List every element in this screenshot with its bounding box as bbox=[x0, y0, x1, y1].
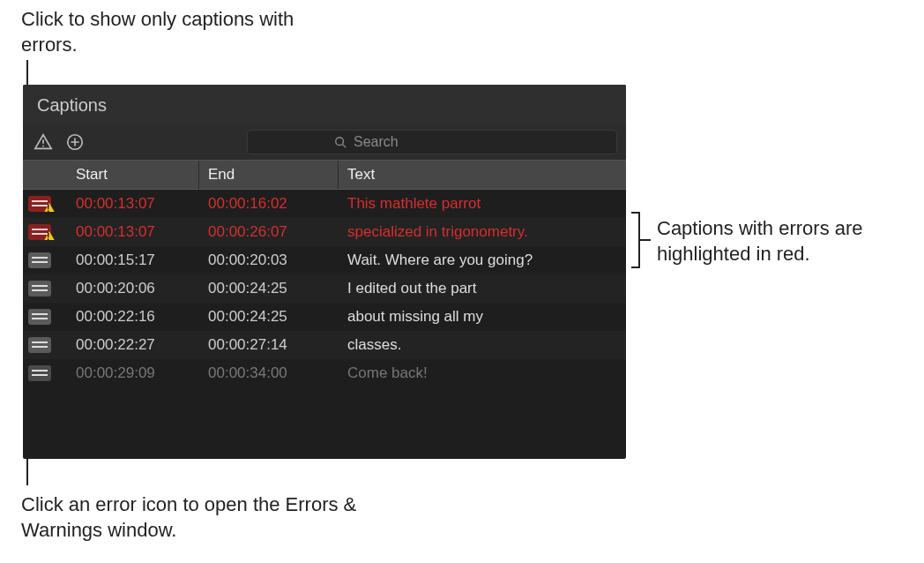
caption-start-time[interactable]: 00:00:29:09 bbox=[67, 364, 199, 382]
warning-badge-icon bbox=[42, 203, 56, 212]
caption-end-time[interactable]: 00:00:27:14 bbox=[199, 336, 339, 354]
caption-start-time[interactable]: 00:00:13:07 bbox=[67, 223, 199, 241]
caption-error-icon[interactable] bbox=[23, 224, 67, 240]
column-headers: Start End Text bbox=[23, 160, 626, 190]
caption-glyph-icon bbox=[28, 196, 51, 212]
callout-error-icon: Click an error icon to open the Errors &… bbox=[21, 492, 374, 543]
caption-glyph-icon bbox=[28, 309, 51, 325]
column-header-text[interactable]: Text bbox=[339, 161, 626, 189]
caption-text[interactable]: classes. bbox=[339, 336, 626, 354]
captions-panel: Captions Start End Te bbox=[23, 85, 626, 459]
leader-bracket bbox=[631, 212, 640, 268]
caption-start-time[interactable]: 00:00:22:16 bbox=[67, 308, 199, 326]
caption-glyph-icon bbox=[28, 252, 51, 268]
search-input[interactable] bbox=[354, 134, 530, 150]
caption-text[interactable]: about missing all my bbox=[339, 308, 626, 326]
caption-row[interactable]: 00:00:20:0600:00:24:25I edited out the p… bbox=[23, 274, 626, 303]
leader-line bbox=[640, 239, 651, 241]
caption-glyph-icon bbox=[28, 224, 51, 240]
caption-end-time[interactable]: 00:00:24:25 bbox=[199, 280, 339, 297]
warning-triangle-icon bbox=[34, 132, 53, 152]
column-header-end[interactable]: End bbox=[199, 161, 339, 189]
callout-filter-errors: Click to show only captions with errors. bbox=[21, 7, 330, 57]
caption-start-time[interactable]: 00:00:13:07 bbox=[67, 195, 199, 213]
caption-icon bbox=[23, 281, 67, 297]
caption-end-time[interactable]: 00:00:34:00 bbox=[199, 364, 339, 382]
captions-list: 00:00:13:0700:00:16:02This mathlete parr… bbox=[23, 190, 626, 459]
caption-row[interactable]: 00:00:22:1600:00:24:25about missing all … bbox=[23, 303, 626, 331]
caption-error-icon[interactable] bbox=[23, 196, 67, 212]
plus-circle-icon bbox=[65, 132, 85, 152]
svg-point-5 bbox=[336, 138, 344, 146]
caption-icon bbox=[23, 309, 67, 325]
column-header-icon[interactable] bbox=[23, 161, 67, 189]
caption-row[interactable]: 00:00:22:2700:00:27:14classes. bbox=[23, 331, 626, 359]
caption-start-time[interactable]: 00:00:22:27 bbox=[67, 336, 199, 354]
search-icon bbox=[334, 136, 346, 148]
column-header-start[interactable]: Start bbox=[67, 161, 199, 189]
filter-errors-button[interactable] bbox=[32, 131, 55, 154]
caption-end-time[interactable]: 00:00:20:03 bbox=[199, 251, 339, 269]
caption-glyph-icon bbox=[28, 365, 51, 381]
caption-end-time[interactable]: 00:00:16:02 bbox=[199, 195, 339, 213]
captions-toolbar bbox=[23, 124, 626, 160]
caption-text[interactable]: This mathlete parrot bbox=[339, 195, 626, 213]
add-caption-button[interactable] bbox=[63, 131, 86, 154]
caption-row[interactable]: 00:00:13:0700:00:26:07specialized in tri… bbox=[23, 218, 626, 246]
caption-row[interactable]: 00:00:15:1700:00:20:03Wait. Where are yo… bbox=[23, 246, 626, 274]
caption-end-time[interactable]: 00:00:26:07 bbox=[199, 223, 339, 241]
callout-errors-red: Captions with errors are highlighted in … bbox=[657, 216, 913, 266]
svg-line-6 bbox=[343, 145, 346, 148]
warning-badge-icon bbox=[42, 231, 56, 240]
caption-icon bbox=[23, 252, 67, 268]
caption-end-time[interactable]: 00:00:24:25 bbox=[199, 308, 339, 326]
panel-title: Captions bbox=[23, 85, 626, 124]
caption-icon bbox=[23, 365, 67, 381]
caption-start-time[interactable]: 00:00:15:17 bbox=[67, 251, 199, 269]
caption-start-time[interactable]: 00:00:20:06 bbox=[67, 280, 199, 297]
search-field[interactable] bbox=[247, 130, 617, 154]
caption-text[interactable]: Come back! bbox=[339, 364, 626, 382]
caption-text[interactable]: I edited out the part bbox=[339, 280, 626, 297]
svg-point-1 bbox=[42, 146, 44, 147]
caption-glyph-icon bbox=[28, 281, 51, 297]
caption-row[interactable]: 00:00:29:0900:00:34:00Come back! bbox=[23, 359, 626, 387]
caption-glyph-icon bbox=[28, 337, 51, 353]
caption-text[interactable]: specialized in trigonometry. bbox=[339, 223, 626, 241]
caption-text[interactable]: Wait. Where are you going? bbox=[339, 251, 626, 269]
caption-row[interactable]: 00:00:13:0700:00:16:02This mathlete parr… bbox=[23, 190, 626, 218]
caption-icon bbox=[23, 337, 67, 353]
